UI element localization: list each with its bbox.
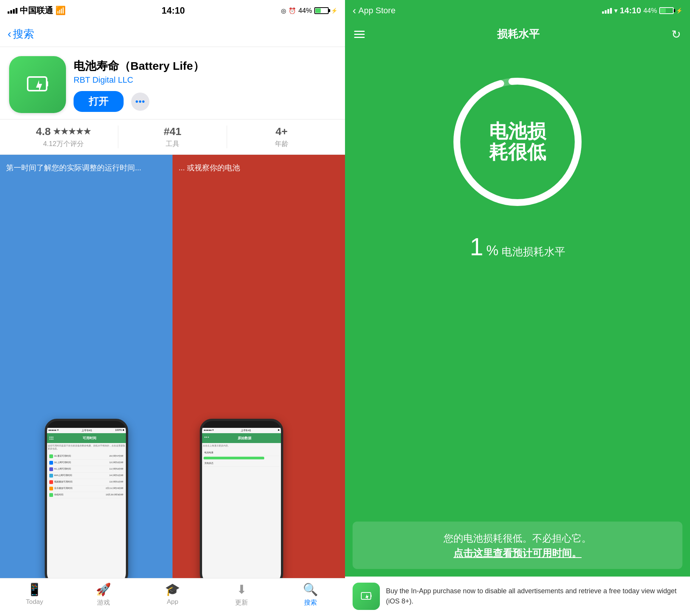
svg-marker-2 bbox=[36, 80, 42, 91]
app-actions: 打开 ••• bbox=[74, 91, 336, 112]
right-nav-title: 损耗水平 bbox=[497, 27, 539, 41]
hamburger-line-3 bbox=[354, 37, 365, 38]
left-status-right: ◎ ⏰ 44% ⚡ bbox=[281, 7, 337, 15]
review-count: 4.12万个评分 bbox=[9, 139, 118, 148]
age-label: 年龄 bbox=[227, 139, 336, 148]
today-icon: 📱 bbox=[27, 582, 42, 597]
gauge-text: 电池损耗很低 bbox=[481, 121, 554, 163]
right-charging-icon: ⚡ bbox=[676, 8, 682, 14]
right-battery-icon bbox=[659, 7, 674, 14]
app-store-label: App Store bbox=[358, 6, 395, 16]
left-clock: 14:10 bbox=[162, 5, 185, 16]
screenshot-2-caption: ... 或视察你的电池 bbox=[179, 162, 339, 173]
signal-icon bbox=[8, 8, 17, 14]
svg-point-5 bbox=[515, 78, 520, 83]
more-button[interactable]: ••• bbox=[131, 93, 149, 111]
info-line-1: 您的电池损耗很低。不必担心它。 bbox=[364, 531, 671, 547]
tab-apps[interactable]: 🎓 App bbox=[138, 582, 207, 606]
right-panel: ‹ App Store ▾ 14:10 44% ⚡ 损耗水平 ↻ bbox=[345, 0, 690, 616]
refresh-button[interactable]: ↻ bbox=[671, 28, 681, 41]
percentage-symbol: % bbox=[486, 243, 499, 259]
battery-app-icon-svg bbox=[22, 69, 53, 100]
screenshot-2[interactable]: ... 或视察你的电池 ●●●●● ▾ 上午9:41 ■ bbox=[172, 155, 345, 578]
back-label: 搜索 bbox=[13, 27, 34, 41]
right-main-content: 电池损耗很低 1 % 电池损耗水平 bbox=[345, 47, 690, 510]
rank-label: 工具 bbox=[118, 139, 227, 148]
back-button[interactable]: ‹ 搜索 bbox=[8, 27, 34, 41]
alarm-icon: ⏰ bbox=[289, 7, 296, 14]
right-battery-percent: 44% bbox=[643, 7, 657, 15]
wifi-icon: 📶 bbox=[55, 6, 66, 16]
stars-icon: ★★★★★ bbox=[53, 127, 91, 137]
left-status-bar: 中国联通 📶 14:10 ◎ ⏰ 44% ⚡ bbox=[0, 0, 345, 21]
tab-bar: 📱 Today 🚀 游戏 🎓 App ⬇ 更新 🔍 搜索 bbox=[0, 578, 345, 616]
games-icon: 🚀 bbox=[96, 582, 111, 597]
tab-updates[interactable]: ⬇ 更新 bbox=[207, 582, 276, 607]
rating-rank: #41 工具 bbox=[118, 126, 227, 148]
phone-mockup-2: ●●●●● ▾ 上午9:41 ■ 原始数据 点击左上 bbox=[200, 419, 283, 578]
back-chevron-icon: ‹ bbox=[8, 27, 11, 40]
app-name: 电池寿命（Battery Life） bbox=[74, 59, 336, 73]
tab-games-label: 游戏 bbox=[97, 598, 110, 607]
charging-icon-left: ⚡ bbox=[331, 8, 337, 14]
carrier-label: 中国联通 bbox=[20, 5, 53, 16]
app-store-back-button[interactable]: ‹ App Store bbox=[353, 5, 395, 17]
tab-today-label: Today bbox=[26, 598, 43, 606]
hamburger-line-1 bbox=[354, 31, 365, 32]
left-panel: 中国联通 📶 14:10 ◎ ⏰ 44% ⚡ ‹ 搜索 bbox=[0, 0, 345, 616]
right-signal-icon bbox=[602, 8, 612, 14]
ad-banner[interactable]: Buy the In-App purchase now to disable a… bbox=[345, 577, 690, 616]
rating-age: 4+ 年龄 bbox=[227, 126, 336, 148]
tab-games[interactable]: 🚀 游戏 bbox=[69, 582, 138, 607]
left-nav-bar: ‹ 搜索 bbox=[0, 21, 345, 47]
info-line-2[interactable]: 点击这里查看预计可用时间。 bbox=[364, 547, 671, 560]
app-store-back-icon: ‹ bbox=[353, 5, 356, 17]
svg-rect-0 bbox=[28, 77, 47, 91]
phone-mockup-1: ●●●●● ▾ 上午9:41 100% ■ bbox=[45, 419, 128, 578]
tab-updates-label: 更新 bbox=[235, 598, 248, 607]
tab-apps-label: App bbox=[167, 598, 178, 606]
bottom-info-box[interactable]: 您的电池损耗很低。不必担心它。 点击这里查看预计可用时间。 bbox=[353, 522, 682, 569]
right-wifi-icon: ▾ bbox=[614, 6, 618, 15]
rank-value: #41 bbox=[118, 126, 227, 138]
percentage-display: 1 % 电池损耗水平 bbox=[470, 233, 565, 261]
carrier-signal: 中国联通 📶 bbox=[8, 5, 66, 16]
ad-text: Buy the In-App purchase now to disable a… bbox=[386, 586, 682, 607]
search-icon: 🔍 bbox=[303, 582, 318, 597]
ad-app-icon bbox=[353, 583, 380, 610]
age-value: 4+ bbox=[227, 126, 336, 138]
location-icon: ◎ bbox=[281, 7, 286, 14]
app-developer: RBT Digital LLC bbox=[74, 75, 336, 85]
ad-battery-icon bbox=[359, 589, 374, 604]
open-button[interactable]: 打开 bbox=[74, 91, 124, 112]
app-icon bbox=[9, 56, 66, 113]
screenshots-section: 第一时间了解您的实际调整的运行时间... ●●●●● ▾ 上午9:41 100%… bbox=[0, 155, 345, 578]
svg-rect-6 bbox=[361, 592, 371, 599]
hamburger-line-2 bbox=[354, 34, 365, 35]
battery-gauge[interactable]: 电池损耗很低 bbox=[445, 70, 590, 214]
rating-score: 4.8 ★★★★★ 4.12万个评分 bbox=[9, 126, 118, 148]
right-clock: 14:10 bbox=[620, 6, 641, 16]
battery-icon-left bbox=[314, 7, 329, 14]
percentage-number: 1 bbox=[470, 233, 483, 261]
hamburger-button[interactable] bbox=[354, 31, 365, 38]
tab-search-label: 搜索 bbox=[304, 598, 317, 607]
screenshot-1[interactable]: 第一时间了解您的实际调整的运行时间... ●●●●● ▾ 上午9:41 100%… bbox=[0, 155, 172, 578]
ratings-row: 4.8 ★★★★★ 4.12万个评分 #41 工具 4+ 年龄 bbox=[0, 119, 345, 155]
tab-today[interactable]: 📱 Today bbox=[0, 582, 69, 606]
svg-rect-1 bbox=[46, 81, 48, 86]
percentage-label: 电池损耗水平 bbox=[502, 245, 565, 259]
gauge-main-label: 电池损耗很低 bbox=[481, 121, 554, 163]
svg-rect-7 bbox=[370, 595, 372, 597]
app-header: 电池寿命（Battery Life） RBT Digital LLC 打开 ••… bbox=[0, 47, 345, 119]
screenshot-1-caption: 第一时间了解您的实际调整的运行时间... bbox=[6, 162, 166, 173]
apps-icon: 🎓 bbox=[165, 582, 180, 597]
right-status-bar: ‹ App Store ▾ 14:10 44% ⚡ bbox=[345, 0, 690, 21]
right-nav-bar: 损耗水平 ↻ bbox=[345, 21, 690, 47]
battery-percent-left: 44% bbox=[298, 7, 312, 15]
app-info: 电池寿命（Battery Life） RBT Digital LLC 打开 ••… bbox=[74, 56, 336, 112]
tab-search[interactable]: 🔍 搜索 bbox=[276, 582, 345, 607]
score-value: 4.8 ★★★★★ bbox=[9, 126, 118, 138]
updates-icon: ⬇ bbox=[237, 582, 247, 597]
svg-marker-8 bbox=[365, 594, 369, 600]
